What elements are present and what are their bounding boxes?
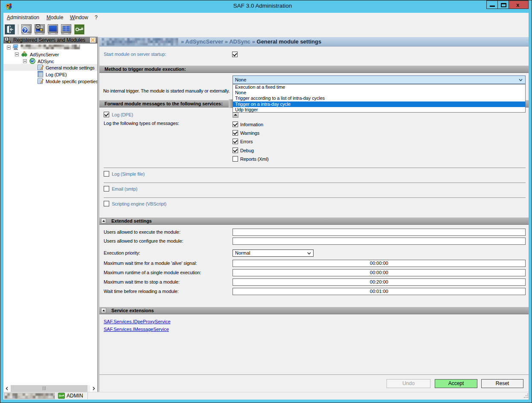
svg-text:?: ?	[23, 27, 27, 33]
